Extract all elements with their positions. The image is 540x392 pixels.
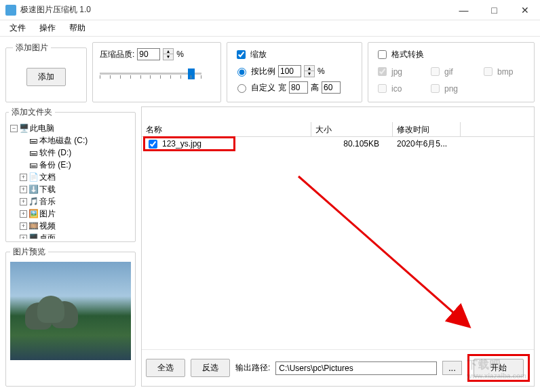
tree-drive-e[interactable]: 🖴备份 (E:) <box>20 159 131 171</box>
main-content: 添加图片 添加 压缩品质: ▴▾ % 缩放 <box>0 37 540 392</box>
drive-icon: 🖴 <box>28 134 38 146</box>
menu-action[interactable]: 操作 <box>34 21 61 35</box>
scale-height-label: 高 <box>311 82 319 94</box>
document-icon: 📄 <box>28 171 38 183</box>
panel-preview: 图片预览 <box>5 246 136 387</box>
window-title: 极速图片压缩机 1.0 <box>20 4 448 16</box>
bottom-bar: 全选 反选 输出路径: ... 开始 <box>142 349 534 386</box>
panel-add-image: 添加图片 添加 <box>5 42 87 102</box>
invert-selection-button[interactable]: 反选 <box>191 359 230 377</box>
file-row[interactable]: 123_ys.jpg 80.105KB 2020年6月5... <box>142 137 534 151</box>
select-all-button[interactable]: 全选 <box>146 359 185 377</box>
tree-drive-d[interactable]: 🖴软件 (D:) <box>20 146 131 159</box>
drive-icon: 🖴 <box>28 159 38 171</box>
panel-format: 格式转换 jpg gif bmp ico png <box>368 42 535 102</box>
minimize-button[interactable]: — <box>448 0 479 20</box>
quality-unit: % <box>176 50 184 59</box>
top-panels: 添加图片 添加 压缩品质: ▴▾ % 缩放 <box>5 42 535 102</box>
format-gif[interactable]: gif <box>428 65 474 78</box>
folder-tree[interactable]: −🖥️此电脑 🖴本地磁盘 (C:) 🖴软件 (D:) 🖴备份 (E:) +📄文档… <box>9 121 132 239</box>
scale-ratio-input[interactable] <box>278 65 301 77</box>
col-time[interactable]: 修改时间 <box>393 122 461 136</box>
title-bar: 极速图片压缩机 1.0 — □ ✕ <box>0 0 540 20</box>
format-checkbox-label: 格式转换 <box>391 49 424 60</box>
format-checkbox-input[interactable] <box>378 50 387 59</box>
scale-checkbox-label: 缩放 <box>250 49 267 60</box>
panel-preview-legend: 图片预览 <box>10 246 48 258</box>
scale-height-input[interactable] <box>322 81 341 94</box>
format-grid: jpg gif bmp ico png <box>375 65 527 95</box>
file-list-header: 名称 大小 修改时间 <box>142 122 534 137</box>
file-row-size: 80.105KB <box>311 138 393 150</box>
maximize-button[interactable]: □ <box>479 0 509 20</box>
file-row-checkbox[interactable] <box>149 140 157 149</box>
computer-icon: 🖥️ <box>19 122 28 134</box>
tree-drive-c[interactable]: 🖴本地磁盘 (C:) <box>20 134 131 146</box>
panel-scale: 缩放 按比例 ▴▾ % 自定义 宽 高 <box>227 42 362 102</box>
drive-icon: 🖴 <box>28 146 38 159</box>
tree-pictures[interactable]: +🖼️图片 <box>20 208 131 220</box>
col-name[interactable]: 名称 <box>142 122 311 136</box>
tree-docs[interactable]: +📄文档 <box>20 171 131 183</box>
file-row-name: 123_ys.jpg <box>162 139 201 149</box>
scale-ratio-spinner[interactable]: ▴▾ <box>304 65 315 77</box>
panel-folders-legend: 添加文件夹 <box>9 106 55 118</box>
file-row-time: 2020年6月5... <box>393 137 461 151</box>
file-list[interactable]: 名称 大小 修改时间 123_ys.jpg 80.105KB 2020年6月5.… <box>142 107 534 349</box>
preview-image <box>10 262 131 360</box>
format-bmp[interactable]: bmp <box>481 65 527 78</box>
close-button[interactable]: ✕ <box>509 0 540 20</box>
desktop-icon: 🖥️ <box>28 232 38 239</box>
format-checkbox[interactable]: 格式转换 <box>375 48 424 61</box>
scale-ratio-radio[interactable] <box>237 68 246 77</box>
menu-bar: 文件 操作 帮助 <box>0 20 540 37</box>
menu-file[interactable]: 文件 <box>4 21 31 35</box>
output-path-input[interactable] <box>275 361 437 375</box>
scale-width-input[interactable] <box>289 81 308 94</box>
panel-folders: 添加文件夹 −🖥️此电脑 🖴本地磁盘 (C:) 🖴软件 (D:) 🖴备份 (E:… <box>5 106 136 242</box>
list-area: 名称 大小 修改时间 123_ys.jpg 80.105KB 2020年6月5.… <box>141 106 535 387</box>
start-button[interactable]: 开始 <box>474 359 524 377</box>
format-jpg[interactable]: jpg <box>375 65 421 78</box>
quality-spinner[interactable]: ▴▾ <box>163 48 174 60</box>
videos-icon: 🎞️ <box>28 220 38 232</box>
panel-add-legend: 添加图片 <box>13 42 51 54</box>
scale-ratio-label: 按比例 <box>251 66 275 77</box>
quality-label: 压缩品质: <box>100 49 134 60</box>
tree-desktop[interactable]: +🖥️桌面 <box>20 232 131 239</box>
scale-custom-label: 自定义 <box>251 82 275 94</box>
format-png[interactable]: png <box>428 82 474 95</box>
window-controls: — □ ✕ <box>448 0 540 20</box>
app-icon <box>5 5 16 16</box>
quality-slider[interactable] <box>100 67 201 81</box>
add-button[interactable]: 添加 <box>26 68 66 86</box>
annotation-highlight-start: 开始 <box>467 354 530 382</box>
mid-row: 添加文件夹 −🖥️此电脑 🖴本地磁盘 (C:) 🖴软件 (D:) 🖴备份 (E:… <box>5 106 535 387</box>
scale-custom-radio[interactable] <box>237 84 246 93</box>
tree-root[interactable]: −🖥️此电脑 <box>10 122 131 134</box>
scale-width-label: 宽 <box>278 82 286 94</box>
scale-checkbox-input[interactable] <box>237 50 246 59</box>
browse-button[interactable]: ... <box>442 361 462 375</box>
scale-checkbox[interactable]: 缩放 <box>234 48 267 61</box>
tree-downloads[interactable]: +⬇️下载 <box>20 183 131 195</box>
scale-ratio-unit: % <box>317 66 325 76</box>
panel-quality: 压缩品质: ▴▾ % <box>92 42 221 102</box>
quality-input[interactable] <box>137 48 160 60</box>
menu-help[interactable]: 帮助 <box>64 21 91 35</box>
music-icon: 🎵 <box>28 195 38 208</box>
format-ico[interactable]: ico <box>375 82 421 95</box>
pictures-icon: 🖼️ <box>28 208 38 220</box>
col-size[interactable]: 大小 <box>311 122 393 136</box>
tree-music[interactable]: +🎵音乐 <box>20 195 131 208</box>
left-column: 添加文件夹 −🖥️此电脑 🖴本地磁盘 (C:) 🖴软件 (D:) 🖴备份 (E:… <box>5 106 136 387</box>
download-icon: ⬇️ <box>28 183 38 195</box>
tree-videos[interactable]: +🎞️视频 <box>20 220 131 232</box>
output-path-label: 输出路径: <box>235 362 270 374</box>
